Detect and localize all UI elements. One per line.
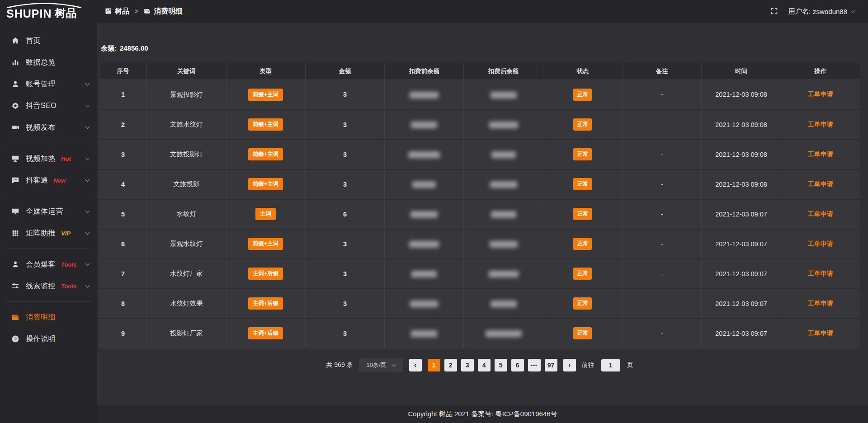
type-badge: 主词+后缀 xyxy=(248,268,283,280)
type-badge: 前缀+主词 xyxy=(248,238,283,250)
table-row: 8水纹灯效果主词+后缀3正常-2021-12-03 09:07工单申请 xyxy=(99,289,860,319)
cell-amount: 3 xyxy=(305,140,384,169)
sidebar-item-8[interactable]: 矩阵助推VIP xyxy=(0,222,97,244)
cell-balance-before xyxy=(385,199,464,229)
user-menu[interactable]: 用户名: zswodun88 xyxy=(788,7,854,16)
cell-action: 工单申请 xyxy=(781,110,860,140)
copyright-text: Copyright 树品 2021 备案号: 粤ICP备09019646号 xyxy=(408,410,557,418)
sidebar-item-5[interactable]: 视频加热Hot xyxy=(0,148,97,169)
page-button-3[interactable]: 3 xyxy=(461,359,474,371)
status-badge: 正常 xyxy=(573,297,592,310)
type-badge: 前缀+主词 xyxy=(248,148,283,160)
masked-balance-after xyxy=(491,92,517,99)
sidebar-item-11[interactable]: 消费明细 xyxy=(0,306,97,328)
table-row: 3文旅投影灯前缀+主词3正常-2021-12-03 09:08工单申请 xyxy=(99,140,860,169)
dashboard-icon xyxy=(105,8,112,15)
next-page-button[interactable]: › xyxy=(563,359,576,371)
masked-balance-after xyxy=(489,271,519,277)
bar-chart-icon xyxy=(11,58,19,67)
cell-index: 1 xyxy=(99,80,147,110)
cell-balance-before xyxy=(385,140,464,169)
cell-index: 4 xyxy=(99,169,147,199)
cell-balance-before xyxy=(385,80,464,110)
ticket-apply-link[interactable]: 工单申请 xyxy=(808,240,833,247)
cell-balance-before xyxy=(385,169,464,199)
cell-balance-before xyxy=(385,229,464,259)
cell-action: 工单申请 xyxy=(781,169,860,199)
page-button-6[interactable]: 6 xyxy=(511,359,524,371)
page-buttons: 123456•••97 xyxy=(428,359,557,371)
ticket-apply-link[interactable]: 工单申请 xyxy=(808,210,833,217)
ticket-apply-link[interactable]: 工单申请 xyxy=(808,121,833,128)
ticket-apply-link[interactable]: 工单申请 xyxy=(808,329,833,337)
chat-icon xyxy=(11,176,19,185)
sidebar-item-0[interactable]: 首页 xyxy=(0,30,97,52)
ticket-apply-link[interactable]: 工单申请 xyxy=(808,270,833,277)
page-button-4[interactable]: 4 xyxy=(478,359,491,371)
cell-time: 2021-12-03 09:07 xyxy=(702,259,781,289)
ticket-apply-link[interactable]: 工单申请 xyxy=(808,300,833,307)
page-size-select[interactable]: 10条/页 xyxy=(359,358,403,372)
prev-page-button[interactable]: ‹ xyxy=(409,359,422,371)
cell-status: 正常 xyxy=(543,259,622,289)
cell-status: 正常 xyxy=(543,289,622,319)
sidebar-item-4[interactable]: 视频发布 xyxy=(0,117,97,138)
column-header: 关键词 xyxy=(147,63,226,80)
status-badge: 正常 xyxy=(573,238,592,250)
home-icon xyxy=(11,37,19,45)
cell-amount: 3 xyxy=(305,289,384,319)
sidebar-item-9[interactable]: 会员爆客Tools xyxy=(0,254,97,275)
chevron-down-icon xyxy=(85,178,90,182)
breadcrumb-item-1[interactable]: 消费明细 xyxy=(144,7,183,16)
sidebar-item-1[interactable]: 数据总览 xyxy=(0,52,97,73)
cell-amount: 6 xyxy=(305,199,384,229)
page-button-2[interactable]: 2 xyxy=(444,359,457,371)
sidebar-item-10[interactable]: 线索监控Tools xyxy=(0,275,97,297)
masked-balance-after xyxy=(490,241,518,248)
cell-index: 8 xyxy=(99,289,147,319)
cell-action: 工单申请 xyxy=(781,229,860,259)
balance-value: 24856.00 xyxy=(120,44,148,52)
divider xyxy=(6,196,91,196)
cell-amount: 3 xyxy=(305,169,384,199)
breadcrumb-label: 树品 xyxy=(115,7,129,16)
page-button-1[interactable]: 1 xyxy=(428,359,440,371)
ticket-apply-link[interactable]: 工单申请 xyxy=(808,150,833,158)
page-button-5[interactable]: 5 xyxy=(495,359,507,371)
sidebar-item-3[interactable]: 抖音SEO xyxy=(0,95,97,117)
cell-action: 工单申请 xyxy=(781,199,860,229)
sidebar-nav: 首页数据总览账号管理抖音SEO视频发布视频加热Hot抖客通New全媒体运营矩阵助… xyxy=(0,23,97,350)
pagination: 共 969 条 10条/页 ‹ 123456•••97 › 前往 页 xyxy=(99,358,860,372)
cell-type: 主词 xyxy=(226,199,305,229)
cell-index: 9 xyxy=(99,319,147,348)
ticket-apply-link[interactable]: 工单申请 xyxy=(808,90,833,98)
breadcrumb-label: 消费明细 xyxy=(154,7,183,16)
column-header: 扣费后余额 xyxy=(464,63,543,80)
cell-status: 正常 xyxy=(543,319,622,348)
gear-icon xyxy=(11,102,19,110)
cell-remark: - xyxy=(623,110,702,140)
pages-ellipsis[interactable]: ••• xyxy=(528,359,541,371)
cell-balance-before xyxy=(385,110,464,140)
ticket-apply-link[interactable]: 工单申请 xyxy=(808,180,833,188)
help-icon: ? xyxy=(11,335,19,343)
sidebar-item-7[interactable]: 全媒体运营 xyxy=(0,201,97,222)
column-header: 扣费前余额 xyxy=(385,63,464,80)
fullscreen-icon[interactable] xyxy=(770,7,778,15)
sidebar-item-label: 操作说明 xyxy=(26,334,56,344)
masked-balance-after xyxy=(490,181,517,188)
logo[interactable]: SHUPIN 树品 xyxy=(0,0,97,23)
goto-page-input[interactable] xyxy=(601,359,620,371)
sidebar-item-6[interactable]: 抖客通New xyxy=(0,169,97,191)
page-button-97[interactable]: 97 xyxy=(545,359,557,371)
cell-keyword: 景观投影灯 xyxy=(147,80,226,110)
cell-status: 正常 xyxy=(543,229,622,259)
breadcrumb-item-0[interactable]: 树品 xyxy=(105,7,129,16)
balance-label: 余额: xyxy=(101,44,117,52)
cell-type: 前缀+主词 xyxy=(226,140,305,169)
sidebar-item-12[interactable]: ?操作说明 xyxy=(0,328,97,350)
type-badge: 主词+后缀 xyxy=(248,297,283,310)
sidebar-item-2[interactable]: 账号管理 xyxy=(0,73,97,95)
cell-remark: - xyxy=(623,80,702,110)
table-row: 4文旅投影前缀+主词3正常-2021-12-03 09:08工单申请 xyxy=(99,169,860,199)
